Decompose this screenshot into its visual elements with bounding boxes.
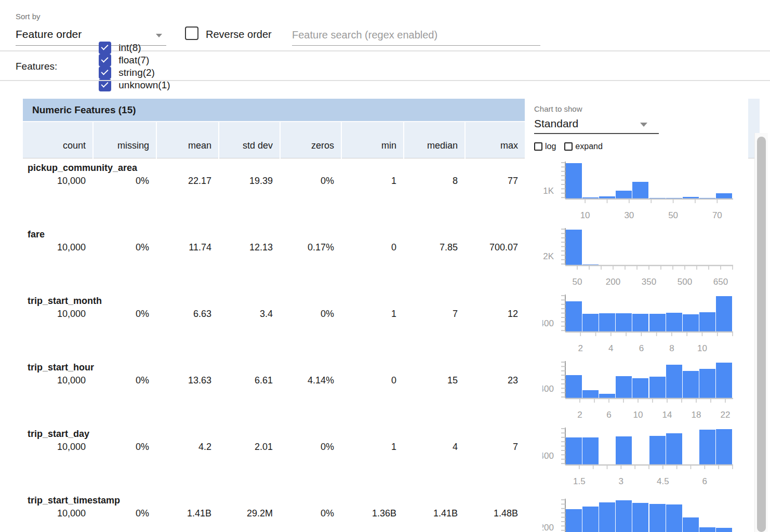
stat-std-dev: 29.2M [218, 508, 280, 519]
chart-option-checks: log expand [534, 142, 611, 151]
stat-min: 0 [341, 375, 403, 386]
feature-name: trip_start_timestamp [28, 495, 120, 506]
stat-cells: 10,0000%1.41B29.2M0%1.36B1.41B1.48B [23, 508, 525, 519]
svg-text:400: 400 [542, 451, 554, 461]
feature-histogram: 502003505006502K [542, 225, 740, 291]
vertical-scrollbar-thumb[interactable] [757, 137, 766, 532]
svg-text:2: 2 [578, 343, 583, 353]
checkbox-checked-icon[interactable] [99, 79, 111, 91]
filters-label: Features: [16, 61, 57, 72]
stat-count: 10,000 [23, 508, 92, 519]
histogram-svg: 1.534.56400 [542, 424, 740, 491]
feature-type-filter[interactable]: string(2) [99, 66, 179, 79]
stat-median: 15 [403, 375, 464, 386]
panel-header: Numeric Features (15) countmissingmeanst… [23, 99, 760, 158]
stat-mean: 6.63 [156, 309, 218, 320]
svg-text:30: 30 [624, 210, 634, 220]
svg-text:650: 650 [713, 277, 728, 287]
svg-text:350: 350 [642, 277, 656, 287]
sort-by-value: Feature order [16, 28, 82, 41]
stat-median: 7 [403, 309, 464, 320]
stat-missing: 0% [92, 242, 156, 253]
stat-median: 7.85 [403, 242, 464, 253]
feature-search-input[interactable] [292, 25, 540, 46]
stat-std-dev: 3.4 [218, 309, 280, 320]
column-header-max: max [464, 122, 525, 158]
feature-rows: pickup_community_area 10,0000%22.1719.39… [23, 158, 760, 532]
svg-text:22: 22 [721, 410, 731, 420]
stat-count: 10,000 [23, 375, 92, 386]
stat-cells: 10,0000%4.22.010%147 [23, 442, 525, 453]
chevron-down-icon [640, 123, 647, 127]
svg-text:4: 4 [608, 343, 613, 353]
histogram-svg: 246810400 [542, 291, 740, 358]
stat-count: 10,000 [23, 442, 92, 453]
svg-text:2: 2 [577, 410, 582, 420]
svg-text:18: 18 [692, 410, 701, 420]
chevron-down-icon [156, 34, 162, 37]
stat-min: 1 [341, 309, 403, 320]
feature-histogram: 246810400 [542, 291, 740, 358]
checkbox-checked-icon[interactable] [99, 42, 111, 54]
stat-max: 23 [464, 375, 525, 386]
feature-type-filter[interactable]: unknown(1) [99, 79, 179, 91]
feature-type-filter[interactable]: int(8) [99, 42, 179, 54]
log-label: log [545, 142, 556, 151]
filter-label: float(7) [118, 55, 149, 66]
svg-text:6: 6 [606, 410, 611, 420]
svg-text:10: 10 [633, 410, 643, 420]
filter-label: int(8) [118, 42, 141, 54]
checkbox-checked-icon[interactable] [99, 54, 111, 66]
svg-text:400: 400 [542, 384, 554, 394]
svg-text:50: 50 [573, 277, 582, 287]
sort-by-label: Sort by [16, 12, 41, 21]
stat-zeros: 0.17% [280, 242, 341, 253]
column-headers: countmissingmeanstd devzerosminmedianmax [23, 122, 525, 158]
reverse-order-checkbox[interactable] [185, 26, 198, 40]
feature-name: trip_start_day [28, 429, 89, 440]
stat-zeros: 0% [280, 508, 341, 519]
column-header-zeros: zeros [280, 122, 341, 158]
stat-zeros: 0% [280, 176, 341, 187]
log-checkbox[interactable] [534, 142, 542, 151]
filter-label: string(2) [118, 67, 155, 78]
stat-min: 1.36B [341, 508, 403, 519]
stat-median: 8 [403, 176, 464, 187]
feature-histogram: 103050701K [542, 158, 740, 225]
stat-median: 4 [403, 442, 464, 453]
stat-mean: 11.74 [156, 242, 218, 253]
feature-type-filter[interactable]: float(7) [99, 54, 179, 66]
stat-cells: 10,0000%6.633.40%1712 [23, 309, 525, 320]
svg-text:1.5: 1.5 [573, 476, 586, 486]
svg-text:6: 6 [639, 343, 644, 353]
expand-label: expand [575, 142, 603, 151]
stat-std-dev: 19.39 [218, 176, 280, 187]
feature-row: fare 10,0000%11.7412.130.17%07.85700.07 … [23, 225, 760, 291]
column-header-median: median [403, 122, 464, 158]
stat-std-dev: 6.61 [218, 375, 280, 386]
stat-zeros: 0% [280, 442, 341, 453]
divider [0, 80, 770, 81]
reverse-order-label: Reverse order [206, 29, 272, 41]
stat-mean: 22.17 [156, 176, 218, 187]
feature-histogram: 2610141822400 [542, 358, 740, 424]
filter-label: unknown(1) [118, 79, 170, 91]
chart-type-value: Standard [534, 117, 578, 130]
stat-cells: 10,0000%22.1719.390%1877 [23, 176, 525, 187]
stat-missing: 0% [92, 508, 156, 519]
svg-text:50: 50 [668, 210, 678, 220]
svg-text:200: 200 [542, 523, 554, 532]
feature-name: trip_start_hour [28, 362, 94, 373]
feature-histogram: 1.534.56400 [542, 424, 740, 491]
stat-missing: 0% [92, 375, 156, 386]
svg-text:2K: 2K [543, 251, 554, 261]
stat-max: 1.48B [464, 508, 525, 519]
expand-checkbox[interactable] [564, 142, 573, 151]
chart-type-select[interactable]: Standard [534, 116, 659, 134]
svg-text:10: 10 [580, 210, 590, 220]
column-header-std-dev: std dev [218, 122, 280, 158]
stat-zeros: 4.14% [280, 375, 341, 386]
checkbox-checked-icon[interactable] [99, 66, 111, 79]
stat-median: 1.41B [403, 508, 464, 519]
stat-max: 12 [464, 309, 525, 320]
